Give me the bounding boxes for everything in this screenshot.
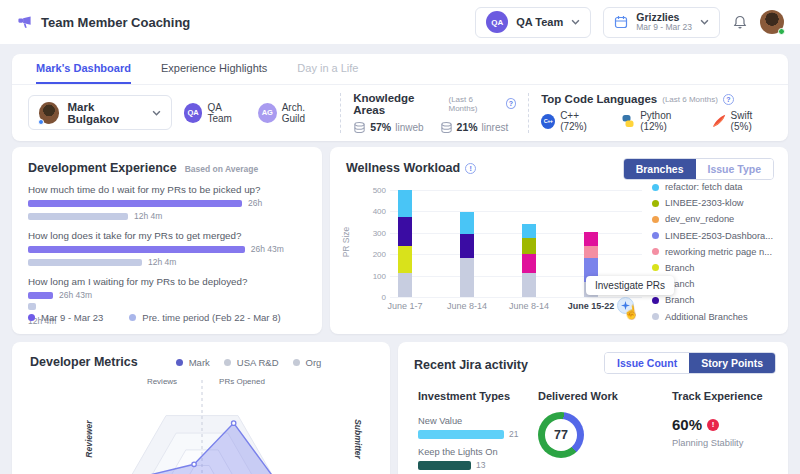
language-label: Swift (5%) — [731, 110, 772, 132]
development-experience-card: Development Experience Based on Average … — [12, 147, 322, 334]
knowledge-value: 21% — [457, 121, 478, 133]
jira-view-toggle: Issue Count Story Points — [604, 352, 776, 374]
track-experience-header: Track Experience — [672, 390, 763, 402]
legend-dot — [652, 216, 659, 223]
legend-item: Pre. time period (Feb 22 - Mar 8) — [129, 312, 280, 323]
pr-bar-row: 26h 43m — [28, 244, 306, 254]
bar-segment — [522, 254, 536, 273]
reviewer-axis-label: Reviewer — [84, 420, 94, 457]
radar-axis-label: PRs Opened — [219, 377, 265, 386]
chevron-down-icon — [152, 110, 161, 116]
pr-bar-row: 26h — [28, 198, 306, 208]
legend-item: Mar 9 - Mar 23 — [28, 312, 103, 323]
help-icon[interactable]: ? — [506, 98, 516, 109]
toggle-issue-count[interactable]: Issue Count — [605, 353, 689, 373]
help-icon[interactable]: ? — [723, 94, 734, 105]
person-name: Mark Bulgakov — [67, 101, 143, 125]
investment-types-chart: New Value21Keep the Lights On13 — [418, 408, 548, 470]
database-icon — [353, 121, 366, 134]
profile-badge-qa-team: QA QA Team — [184, 102, 246, 124]
investment-bar — [418, 430, 504, 439]
legend-dot — [652, 184, 659, 191]
python-icon — [621, 114, 635, 128]
bar-segment — [460, 258, 474, 297]
notifications-bell-icon[interactable] — [732, 14, 748, 30]
investment-value: 13 — [476, 460, 485, 470]
toggle-story-points[interactable]: Story Points — [689, 353, 775, 373]
legend-label: LINBEE-2303-klow — [665, 198, 744, 208]
bar-segment — [398, 190, 412, 217]
gridline — [390, 233, 642, 234]
pr-question: How long does it take for my PRs to get … — [28, 230, 306, 241]
profile-badge-arch-guild: AG Arch. Guild — [258, 102, 328, 124]
pr-bar-value: 26h — [248, 198, 262, 208]
x-axis-label: June 15-22 — [559, 301, 623, 311]
legend-dot — [652, 313, 659, 320]
y-axis-tick: 300 — [364, 229, 386, 238]
alert-icon: ! — [707, 419, 719, 431]
legend-label: Additional Branches — [665, 312, 748, 322]
bar-segment — [460, 212, 474, 233]
person-dropdown[interactable]: Mark Bulgakov — [28, 95, 172, 130]
team-dropdown-label: QA Team — [516, 16, 563, 28]
investment-type-label: New Value — [418, 416, 548, 426]
language-item: Swift (5%) — [712, 110, 772, 132]
top-languages-title: Top Code Languages — [541, 93, 657, 105]
legend-label: Org — [306, 357, 322, 368]
sprint-range: Mar 9 - Mar 23 — [636, 23, 692, 33]
cpp-icon: C++ — [541, 114, 555, 129]
divider — [340, 93, 341, 133]
developer-metrics-radar-chart: ReviewsPRs OpenedPR SizeReview Depth — [12, 372, 390, 474]
swift-icon — [712, 114, 726, 128]
investment-type-label: Keep the Lights On — [418, 447, 548, 457]
developer-metrics-title: Developer Metrics — [30, 355, 138, 369]
user-avatar[interactable] — [760, 10, 784, 34]
legend-dot — [652, 232, 659, 239]
investment-bar — [418, 461, 471, 470]
tab-experience-highlights[interactable]: Experience Highlights — [161, 54, 267, 84]
app-title-group: Team Member Coaching — [16, 15, 190, 30]
ag-badge: AG — [258, 103, 277, 123]
investment-value: 21 — [509, 429, 518, 439]
previous-period-bar — [28, 213, 128, 220]
stacked-bar[interactable] — [460, 212, 474, 297]
pr-bar-row: 12h 4m — [28, 211, 306, 221]
toggle-issue-type[interactable]: Issue Type — [696, 159, 774, 179]
y-axis-label: PR Size — [341, 212, 351, 272]
stacked-bar[interactable] — [398, 190, 412, 297]
toggle-branches[interactable]: Branches — [624, 159, 696, 179]
knowledge-areas-section: Knowledge Areas (Last 6 Months) ? 57% li… — [353, 92, 516, 134]
investment-bar-row: 13 — [418, 460, 548, 470]
info-icon[interactable]: ! — [465, 163, 476, 174]
language-item: Python (12%) — [621, 110, 695, 132]
tab-day-in-a-life[interactable]: Day in a Life — [297, 54, 358, 84]
development-experience-legend: Mar 9 - Mar 23Pre. time period (Feb 22 -… — [28, 312, 281, 323]
tab-bar: Mark's Dashboard Experience Highlights D… — [12, 54, 788, 85]
knowledge-name: linweb — [395, 122, 423, 133]
tab-marks-dashboard[interactable]: Mark's Dashboard — [36, 54, 131, 84]
knowledge-areas-period: (Last 6 Months) — [448, 95, 500, 113]
y-axis-tick: 200 — [364, 250, 386, 259]
pr-question: How long am I waiting for my PRs to be d… — [28, 276, 306, 287]
investigate-prs-tooltip: Investigate PRs — [586, 276, 674, 295]
coaching-megaphone-icon — [16, 15, 33, 30]
team-dropdown[interactable]: QA QA Team — [475, 7, 591, 38]
person-avatar — [39, 102, 59, 124]
wellness-view-toggle: Branches Issue Type — [623, 158, 774, 180]
stacked-bar[interactable] — [522, 224, 536, 297]
knowledge-name: linrest — [482, 122, 509, 133]
gridline — [390, 254, 642, 255]
wellness-workload-card: Wellness Workload ! Branches Issue Type … — [330, 147, 788, 334]
legend-item: USA R&D — [224, 357, 279, 368]
knowledge-areas-title: Knowledge Areas — [353, 92, 443, 116]
pr-question-group: How much time do I wait for my PRs to be… — [28, 184, 306, 221]
legend-item: LINBEE-2303-klow — [652, 198, 773, 208]
bar-segment — [522, 273, 536, 297]
chevron-down-icon — [700, 19, 709, 25]
delivered-work-header: Delivered Work — [538, 390, 618, 402]
dashboard-panel: Mark's Dashboard Experience Highlights D… — [12, 54, 788, 141]
bar-segment — [584, 246, 598, 259]
language-label: C++ (72%) — [560, 110, 605, 132]
sprint-dropdown[interactable]: Grizzlies Mar 9 - Mar 23 — [603, 7, 720, 38]
y-axis-tick: 500 — [364, 186, 386, 195]
